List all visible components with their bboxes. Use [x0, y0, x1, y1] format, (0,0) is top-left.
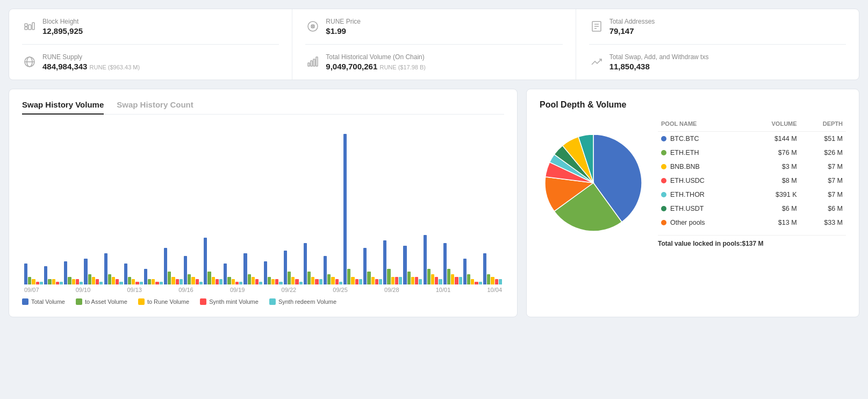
- bar-group: [144, 269, 163, 284]
- bar: [248, 274, 251, 284]
- pool-panel: Pool Depth & Volume POOL NAME VOLUME DEP…: [526, 89, 859, 317]
- bar: [295, 279, 298, 284]
- x-label: 10/04: [487, 287, 502, 293]
- bar: [99, 282, 103, 284]
- pool-volume: $391 K: [745, 188, 800, 202]
- bar: [471, 279, 474, 284]
- bar: [288, 272, 291, 284]
- bar: [347, 269, 350, 284]
- stat-section-left: Block Height 12,895,925 RUNE Supply 484: [9, 9, 292, 80]
- pool-name-cell: BTC.BTC: [658, 132, 745, 146]
- bar: [443, 243, 447, 284]
- legend-dot: [22, 298, 28, 305]
- total-addresses-icon: [589, 19, 604, 34]
- pool-volume: $3 M: [745, 160, 800, 174]
- pool-depth: $26 M: [800, 146, 846, 160]
- bar: [455, 277, 458, 284]
- rune-price-row: RUNE Price $1.99: [305, 18, 562, 35]
- bar: [140, 282, 143, 284]
- bar: [255, 279, 259, 284]
- svg-rect-0: [25, 27, 27, 30]
- bar: [52, 279, 55, 284]
- pool-name: ETH.ETH: [670, 149, 699, 156]
- rune-supply-icon: [22, 54, 37, 69]
- bar: [235, 282, 239, 284]
- bar: [424, 235, 427, 284]
- bar: [304, 243, 307, 284]
- table-row: ETH.THOR $391 K $7 M: [658, 188, 846, 202]
- bar: [40, 282, 43, 284]
- bar: [168, 272, 171, 284]
- bar: [435, 277, 438, 284]
- chart-legend: Total Volumeto Asset Volumeto Rune Volum…: [22, 298, 504, 305]
- bar: [271, 279, 275, 284]
- bar: [155, 282, 159, 284]
- bar: [264, 261, 267, 284]
- pool-name: BTC.BTC: [670, 135, 699, 142]
- bar: [299, 282, 303, 284]
- bar: [108, 274, 111, 284]
- bar: [275, 279, 278, 284]
- bar: [224, 263, 227, 284]
- bar-group: [44, 266, 63, 284]
- bar-group: [224, 263, 242, 284]
- svg-rect-3: [25, 24, 27, 26]
- pool-table: POOL NAME VOLUME DEPTH BTC.BTC $144 M $5…: [658, 118, 846, 230]
- total-swap-txs-row: Total Swap, Add, and Withdraw txs 11,850…: [589, 53, 846, 71]
- bar: [152, 279, 155, 284]
- bar: [232, 279, 235, 284]
- bar: [439, 279, 442, 284]
- pool-name: BNB.BNB: [670, 163, 700, 170]
- x-label: 09/19: [230, 287, 245, 293]
- bar: [116, 279, 119, 284]
- bar: [60, 282, 63, 284]
- bar-group: [343, 134, 362, 284]
- bar: [48, 279, 51, 284]
- rune-supply-row: RUNE Supply 484,984,343 RUNE ($963.43 M): [22, 53, 279, 71]
- pool-dot: [661, 164, 666, 169]
- svg-rect-14: [316, 57, 318, 66]
- legend-dot: [200, 298, 206, 305]
- tab-swap-history-volume[interactable]: Swap History Volume: [22, 100, 104, 115]
- bar: [359, 279, 362, 284]
- pool-name: Other pools: [670, 219, 705, 226]
- svg-rect-13: [313, 59, 315, 66]
- block-height-icon: [22, 19, 37, 34]
- pool-name-cell: ETH.USDT: [658, 202, 745, 216]
- legend-dot: [269, 298, 276, 305]
- bar: [327, 274, 331, 284]
- bar-group: [104, 253, 123, 284]
- chart-area: 09/0709/1009/1309/1609/1909/2209/2509/28…: [22, 123, 504, 306]
- bar: [415, 277, 418, 284]
- rune-supply-value: 484,984,343 RUNE ($963.43 M): [42, 62, 140, 71]
- bar-group: [483, 253, 502, 284]
- bar: [268, 277, 271, 284]
- bar: [112, 277, 115, 284]
- x-label: 09/13: [127, 287, 142, 293]
- bar: [36, 282, 39, 284]
- bar-group: [284, 251, 303, 284]
- bar: [487, 274, 490, 284]
- table-row: ETH.ETH $76 M $26 M: [658, 146, 846, 160]
- bar: [204, 238, 207, 284]
- bar: [132, 279, 135, 284]
- stat-section-middle: RUNE Price $1.99 Total Historical Volume…: [292, 9, 576, 80]
- total-addresses-label: Total Addresses: [609, 18, 655, 25]
- bar: [76, 279, 79, 284]
- x-label: 09/10: [76, 287, 91, 293]
- pool-volume: $13 M: [745, 216, 800, 230]
- stats-card: Block Height 12,895,925 RUNE Supply 484: [9, 9, 859, 80]
- bar: [331, 277, 334, 284]
- bar: [44, 266, 47, 284]
- total-historical-volume-row: Total Historical Volume (On Chain) 9,049…: [305, 53, 562, 71]
- bar: [88, 274, 91, 284]
- pool-depth: $7 M: [800, 188, 846, 202]
- tab-swap-history-count[interactable]: Swap History Count: [117, 100, 193, 115]
- svg-rect-2: [32, 23, 34, 30]
- pool-content: POOL NAME VOLUME DEPTH BTC.BTC $144 M $5…: [540, 118, 846, 247]
- rune-supply-label: RUNE Supply: [42, 53, 140, 61]
- bar: [379, 279, 382, 284]
- bar: [475, 282, 478, 284]
- bar: [279, 282, 282, 284]
- bar: [188, 274, 191, 284]
